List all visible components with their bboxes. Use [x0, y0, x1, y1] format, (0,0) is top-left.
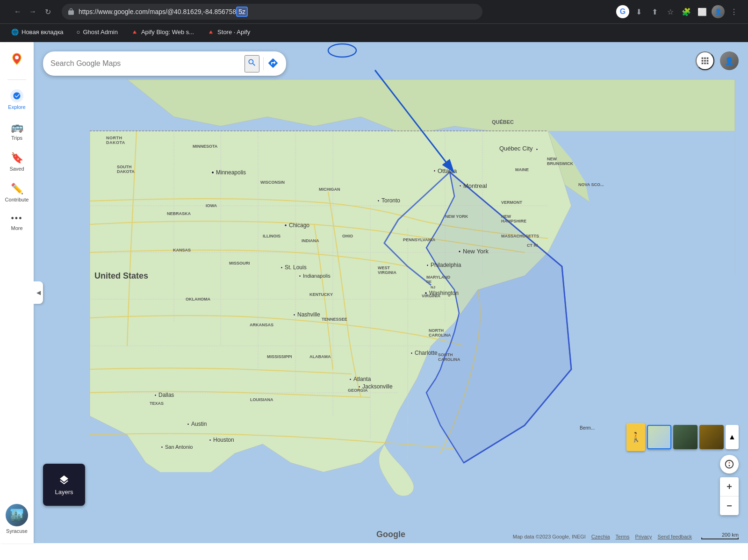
more-icon: •••: [11, 214, 23, 223]
contribute-icon: ✏️: [11, 183, 23, 195]
lock-icon: [67, 8, 75, 15]
bookmarks-bar: 🌐 Новая вкладка ○ Ghost Admin 🔺 Apify Bl…: [0, 23, 748, 40]
apify-icon-1: 🔺: [131, 29, 138, 36]
bookmark-new-tab[interactable]: 🌐 Новая вкладка: [7, 27, 67, 37]
apify-icon-2: 🔺: [207, 29, 215, 36]
bookmark-apify-blog[interactable]: 🔺 Apify Blog: Web s...: [127, 27, 198, 37]
google-icon: G: [616, 5, 629, 18]
saved-label: Saved: [9, 166, 24, 172]
compass-button[interactable]: [720, 455, 739, 474]
bookmark-icon[interactable]: ☆: [664, 5, 677, 18]
sidebar-item-saved[interactable]: 🔖 Saved: [2, 148, 32, 175]
layers-label: Layers: [55, 488, 73, 495]
main-content: Explore 🚌 Trips 🔖 Saved ✏️ Contribute ••…: [0, 42, 748, 543]
ghost-icon: ○: [77, 29, 80, 36]
map-type-expand-button[interactable]: ▲: [726, 425, 739, 449]
sidebar-item-explore[interactable]: Explore: [2, 86, 32, 114]
search-bar-overlay: [43, 51, 286, 76]
google-attribution: Google: [376, 530, 405, 539]
collapse-sidebar-button[interactable]: ◀: [34, 281, 43, 304]
back-button[interactable]: ←: [11, 5, 24, 18]
directions-button-inline[interactable]: [267, 57, 279, 70]
scale-label: 200 km: [722, 532, 739, 538]
download-icon[interactable]: ⬇: [632, 5, 645, 18]
browser-chrome: ← → ↻ https://www.google.com/maps/@40.81…: [0, 0, 748, 42]
sidebar: Explore 🚌 Trips 🔖 Saved ✏️ Contribute ••…: [0, 42, 34, 543]
browser-icons: G ⬇ ⬆ ☆ 🧩 ⬜ 👤 ⋮: [616, 5, 741, 18]
map-copyright: Map data ©2023 Google, INEGI: [513, 534, 586, 539]
google-logo-text: Google: [376, 530, 405, 539]
url-highlight: 5z: [236, 7, 248, 17]
zoom-in-button[interactable]: +: [720, 477, 739, 496]
map-area[interactable]: QUÉBEC Minneapolis Chicago: [34, 42, 748, 543]
address-bar-row: ← → ↻ https://www.google.com/maps/@40.81…: [0, 0, 748, 23]
search-input[interactable]: [50, 59, 245, 68]
map-type-controls: 🚶 ▲: [626, 423, 739, 451]
reload-button[interactable]: ↻: [41, 5, 54, 18]
link-send-feedback[interactable]: Send feedback: [658, 534, 692, 539]
forward-button[interactable]: →: [26, 5, 39, 18]
sidebar-item-contribute[interactable]: ✏️ Contribute: [2, 179, 32, 206]
sidebar-city-item[interactable]: 🏙️ Syracuse: [2, 500, 32, 538]
map-attribution-right: Map data ©2023 Google, INEGI Czechia Ter…: [513, 534, 692, 539]
city-thumbnail: 🏙️: [6, 504, 28, 526]
sidebar-item-trips[interactable]: 🚌 Trips: [2, 117, 32, 144]
explore-label: Explore: [8, 104, 25, 110]
contribute-label: Contribute: [5, 197, 29, 202]
scale-bar: 200 km: [701, 532, 739, 539]
link-czechia[interactable]: Czechia: [591, 534, 610, 539]
extensions-icon[interactable]: 🧩: [680, 5, 693, 18]
street-view-button[interactable]: 🚶: [626, 423, 645, 451]
layers-button[interactable]: Layers: [43, 464, 85, 506]
nav-buttons: ← → ↻: [7, 5, 58, 18]
city-label: Syracuse: [6, 528, 28, 534]
bookmark-apify-store[interactable]: 🔺 Store · Apify: [203, 27, 254, 37]
bookmark-ghost-admin[interactable]: ○ Ghost Admin: [73, 27, 122, 37]
share-icon[interactable]: ⬆: [648, 5, 661, 18]
maps-logo-icon: [7, 50, 26, 68]
user-avatar-map[interactable]: 👤: [720, 51, 739, 70]
map-controls-bottom-right: 🚶 ▲ + −: [626, 423, 739, 515]
new-tab-icon: 🌐: [11, 29, 19, 36]
user-avatar[interactable]: 👤: [712, 5, 725, 18]
more-label: More: [11, 225, 22, 231]
layers-icon: [58, 474, 70, 486]
explore-icon: [10, 89, 23, 102]
address-bar[interactable]: https://www.google.com/maps/@40.81629,-8…: [62, 4, 482, 20]
link-privacy[interactable]: Privacy: [635, 534, 652, 539]
address-text: https://www.google.com/maps/@40.81629,-8…: [79, 8, 477, 15]
link-terms[interactable]: Terms: [616, 534, 630, 539]
trips-icon: 🚌: [11, 121, 23, 133]
zoom-out-button[interactable]: −: [720, 496, 739, 515]
search-box[interactable]: [43, 51, 286, 76]
sidebar-item-more[interactable]: ••• More: [2, 210, 32, 235]
apps-grid-button[interactable]: [696, 51, 714, 70]
saved-icon: 🔖: [11, 152, 23, 164]
menu-button[interactable]: ⋮: [727, 5, 741, 18]
tab-grid-icon[interactable]: ⬜: [696, 5, 709, 18]
scale-line: [701, 538, 739, 539]
trips-label: Trips: [11, 135, 22, 141]
maps-logo[interactable]: [7, 50, 26, 70]
sidebar-divider-top: [7, 79, 26, 80]
svg-point-2: [15, 56, 19, 59]
svg-text:QUÉBEC: QUÉBEC: [492, 119, 514, 125]
zoom-controls: + −: [720, 477, 739, 515]
map-type-terrain[interactable]: [699, 425, 724, 449]
map-top-right-controls: 👤: [696, 51, 739, 70]
search-button[interactable]: [245, 55, 259, 72]
map-type-default[interactable]: [647, 425, 671, 449]
map-type-satellite[interactable]: [673, 425, 698, 449]
search-divider: [263, 57, 264, 70]
